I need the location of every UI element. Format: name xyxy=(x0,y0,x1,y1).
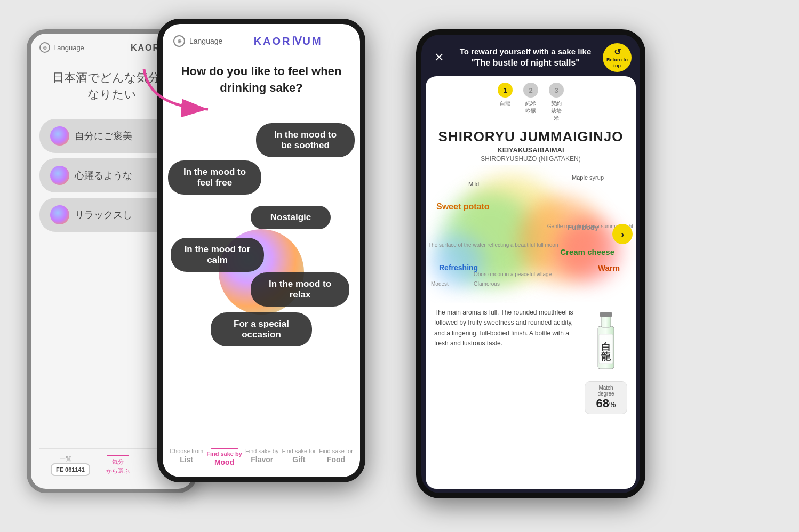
mood-label-3: リラックスし xyxy=(75,208,132,221)
svg-text:白: 白 xyxy=(601,342,611,352)
globe-icon-mid: ⊕ xyxy=(173,35,185,47)
mood-btn-relax[interactable]: In the mood to relax xyxy=(251,272,349,307)
mid-bottom-nav: Choose from List Find sake by Mood Find … xyxy=(163,442,360,477)
bottle-image-area: 白 龍 Match degree 68% xyxy=(585,308,627,485)
mood-btn-soothed[interactable]: In the mood to be soothed xyxy=(256,123,355,157)
mood-btn-nostalgic[interactable]: Nostalgic xyxy=(251,206,331,229)
mid-nav-top-5: Find sake for xyxy=(319,448,353,454)
step-label-2: 純米吟醸 xyxy=(523,100,538,122)
mid-nav-top-1: Choose from xyxy=(170,448,203,454)
mid-nav-bot-4: Gift xyxy=(292,455,305,464)
step-3[interactable]: 3 xyxy=(549,83,564,98)
sake-brewery: SHIRORYUSHUZO (NIIGATAKEN) xyxy=(431,155,630,163)
bottle-section: The main aroma is full. The rounded mout… xyxy=(426,303,636,489)
sake-name-block: SHIRORYU JUMMAIGINJO KEIYAKUSAIBAIMAI SH… xyxy=(426,126,636,165)
mid-nav-mood[interactable]: Find sake by Mood xyxy=(206,448,242,466)
mid-nav-top-4: Find sake for xyxy=(282,448,316,454)
language-label[interactable]: Language xyxy=(53,44,84,52)
mid-nav-list[interactable]: Choose from List xyxy=(170,448,203,466)
return-label: Return totop xyxy=(606,57,628,69)
mid-language-label[interactable]: Language xyxy=(189,37,222,45)
mid-nav-top-3: Find sake by xyxy=(245,448,278,454)
steps-labels: 白龍 純米吟醸 契約栽培米 xyxy=(426,100,636,122)
nav-active-line-mid xyxy=(211,448,238,449)
left-nav-bot-2: から選ぶ xyxy=(106,467,130,475)
mood-bubble-2 xyxy=(50,166,69,185)
mood-label-2: 心躍るような xyxy=(75,169,132,182)
left-nav-top-1: 一覧 xyxy=(60,455,71,463)
globe-icon: ⊕ xyxy=(39,42,50,53)
return-to-top-button[interactable]: ↺ Return totop xyxy=(603,43,632,72)
sake-main-name: SHIRORYU JUMMAIGINJO xyxy=(431,128,630,145)
arrow-icon xyxy=(139,64,224,117)
mood-btn-calm[interactable]: In the mood for calm xyxy=(171,238,264,272)
right-header: ✕ To reward yourself with a sake like "T… xyxy=(421,35,640,76)
steps-row: 1 2 3 xyxy=(426,76,636,100)
svg-rect-3 xyxy=(600,312,612,317)
match-badge: Match degree 68% xyxy=(585,381,627,414)
mid-nav-gift[interactable]: Find sake for Gift xyxy=(282,448,316,466)
mid-nav-flavor[interactable]: Find sake by Flavor xyxy=(245,448,278,466)
flavor-map: Maple syrup Mild Sweet potato Full body … xyxy=(426,165,636,303)
match-label: Match degree xyxy=(590,385,621,397)
label-cream-cheese: Cream cheese xyxy=(560,247,614,256)
label-sweet-potato: Sweet potato xyxy=(436,202,490,212)
mid-nav-bot-3: Flavor xyxy=(251,455,273,464)
label-maple-syrup: Maple syrup xyxy=(572,174,604,181)
mood-bubble-3 xyxy=(50,205,69,224)
svg-text:龍: 龍 xyxy=(601,351,611,362)
match-pct-value: 68 xyxy=(596,397,609,410)
nav-active-line xyxy=(107,455,129,456)
mid-nav-food[interactable]: Find sake for Food xyxy=(319,448,353,466)
label-oboro-moon: Oboro moon in a peaceful village xyxy=(474,271,552,277)
label-refreshing: Refreshing xyxy=(439,263,478,272)
mid-nav-bot-1: List xyxy=(180,455,193,464)
match-percent: 68% xyxy=(590,397,621,410)
mood-options-area: In the mood to be soothed In the mood to… xyxy=(163,102,360,442)
mid-nav-bot-2: Mood xyxy=(214,458,234,466)
step-1[interactable]: 1 xyxy=(498,83,513,98)
sake-description: The main aroma is full. The rounded mout… xyxy=(434,308,579,485)
mid-nav-bot-5: Food xyxy=(327,455,345,464)
product-code-badge: FE 061141 xyxy=(51,463,90,476)
close-button[interactable]: ✕ xyxy=(430,49,448,67)
mood-btn-special[interactable]: For a special occasion xyxy=(211,312,312,346)
step-label-3: 契約栽培米 xyxy=(549,100,564,122)
step-label-1: 白龍 xyxy=(498,100,513,122)
match-sym: % xyxy=(609,400,616,409)
label-water-surface: The surface of the water reflecting a be… xyxy=(428,242,558,248)
label-glamorous: Glamorous xyxy=(474,281,500,287)
mood-bubble xyxy=(50,126,69,146)
mood-label-1: 自分にご褒美 xyxy=(75,130,132,142)
mid-logo: KAORⅣUM xyxy=(254,35,323,47)
left-nav-item-2[interactable]: 気分 から選ぶ xyxy=(106,455,130,475)
return-icon: ↺ xyxy=(614,47,621,57)
svg-rect-2 xyxy=(601,316,611,327)
left-nav-top-2: 気分 xyxy=(112,458,124,466)
sake-sub-name: KEIYAKUSAIBAIMAI xyxy=(431,146,630,154)
arrow-container xyxy=(139,64,224,119)
label-mild: Mild xyxy=(468,181,479,187)
label-warm: Warm xyxy=(598,263,620,272)
bottle-image: 白 龍 xyxy=(590,308,622,377)
right-header-title: To reward yourself with a sake like "The… xyxy=(448,46,603,69)
right-tablet: ✕ To reward yourself with a sake like "T… xyxy=(416,29,645,498)
next-button[interactable]: › xyxy=(612,224,633,244)
right-header-quote: "The bustle of night stalls" xyxy=(471,58,580,67)
label-modest: Modest xyxy=(431,281,449,287)
mood-btn-free[interactable]: In the mood to feel free xyxy=(168,160,261,195)
right-header-text: To reward yourself with a sake like xyxy=(460,47,591,56)
right-content: 1 2 3 白龍 純米吟醸 契約栽培米 SHIRORYU JUMMAIGINJO… xyxy=(426,76,636,489)
step-2[interactable]: 2 xyxy=(523,83,538,98)
mid-header: ⊕ Language KAORⅣUM xyxy=(163,24,360,53)
mid-nav-top-2: Find sake by xyxy=(206,450,242,457)
